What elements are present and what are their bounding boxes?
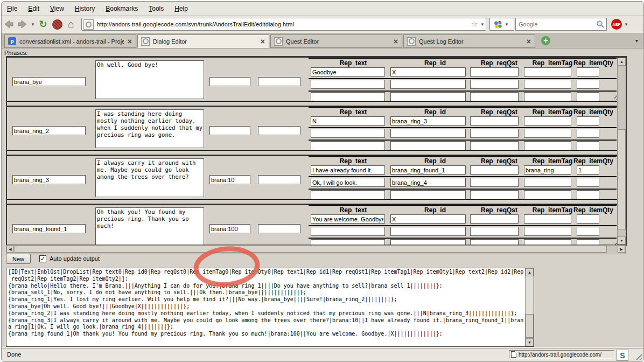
phrase-id-input[interactable] — [12, 224, 86, 233]
back-button[interactable] — [2, 18, 16, 31]
rep-itemqty-input[interactable] — [577, 190, 599, 199]
new-tab-icon[interactable]: + — [541, 36, 550, 45]
rep-itemtag-input[interactable] — [524, 80, 571, 89]
rep-itemtag-input[interactable] — [524, 178, 571, 187]
phrase-enblqst-input[interactable] — [209, 77, 250, 86]
phrase-text-area[interactable] — [95, 158, 204, 197]
menu-bookmarks[interactable]: Bookmarks — [106, 5, 138, 12]
tab-close-icon[interactable]: × — [394, 38, 398, 45]
rep-text-input[interactable] — [311, 129, 385, 138]
tab-close-icon[interactable]: × — [261, 38, 265, 45]
rep-itemtag-input[interactable] — [524, 190, 571, 199]
phrases-horizontal-scrollbar[interactable]: ◀ ▶ — [6, 245, 626, 254]
scroll-left-icon[interactable]: ◀ — [6, 246, 14, 253]
rep-id-input[interactable] — [390, 129, 466, 138]
rep-reqqst-input[interactable] — [470, 190, 519, 199]
phrase-id-input[interactable] — [12, 77, 86, 86]
rep-reqqst-input[interactable] — [470, 178, 519, 187]
rep-itemqty-input[interactable] — [577, 116, 599, 126]
phrase-droplist-input[interactable] — [258, 175, 300, 184]
scroll-down-icon[interactable]: ▼ — [618, 236, 626, 245]
history-dropdown-icon[interactable]: ▾ — [30, 22, 36, 27]
phrase-id-input[interactable] — [12, 126, 86, 135]
phrase-text-area[interactable] — [95, 60, 204, 99]
tab-close-icon[interactable]: × — [128, 38, 132, 45]
rep-itemqty-input[interactable] — [577, 214, 599, 224]
rep-reqqst-input[interactable] — [470, 227, 519, 236]
rep-itemtag-input[interactable] — [524, 116, 571, 126]
rep-itemqty-input[interactable] — [577, 165, 599, 175]
window-resize-grip[interactable] — [634, 352, 642, 360]
rep-itemtag-input[interactable] — [524, 165, 571, 175]
rep-id-input[interactable] — [390, 67, 466, 76]
tab-dialog-editor[interactable]: Dialog Editor × — [137, 34, 269, 48]
phrase-enblqst-input[interactable] — [209, 175, 250, 184]
rep-id-input[interactable] — [390, 92, 466, 101]
tab-overflow-icon[interactable]: ▾ — [635, 38, 638, 44]
phrase-droplist-input[interactable] — [258, 126, 300, 135]
rep-text-input[interactable] — [311, 165, 385, 175]
rep-itemtag-input[interactable] — [524, 92, 571, 101]
bookmark-star-icon[interactable]: ☆ — [471, 19, 478, 29]
rep-text-input[interactable] — [311, 178, 385, 187]
rep-itemtag-input[interactable] — [524, 141, 571, 150]
reload-button[interactable]: ↻ — [36, 18, 50, 31]
rep-reqqst-input[interactable] — [470, 214, 519, 224]
search-icon[interactable] — [596, 20, 605, 29]
rep-id-input[interactable] — [390, 239, 466, 245]
phrase-droplist-input[interactable] — [258, 224, 300, 233]
menu-tools[interactable]: Tools — [149, 5, 164, 12]
rep-text-input[interactable] — [311, 141, 385, 150]
rep-text-input[interactable] — [311, 67, 385, 76]
forward-button[interactable] — [16, 18, 30, 31]
rep-reqqst-input[interactable] — [470, 80, 519, 89]
phrase-enblqst-input[interactable] — [209, 126, 250, 135]
rep-reqqst-input[interactable] — [470, 92, 519, 101]
url-input[interactable] — [96, 20, 470, 28]
rep-itemtag-input[interactable] — [524, 239, 571, 245]
phrases-vertical-scrollbar[interactable]: ▲ ▼ — [617, 58, 626, 245]
rep-itemqty-input[interactable] — [577, 141, 599, 150]
tab-close-icon[interactable]: × — [527, 38, 531, 45]
rep-itemtag-input[interactable] — [524, 214, 571, 224]
rep-itemqty-input[interactable] — [577, 239, 599, 245]
adblock-button[interactable]: ABP ▾ — [611, 19, 629, 30]
rep-reqqst-input[interactable] — [470, 239, 519, 245]
home-button[interactable]: ⌂ — [64, 18, 78, 31]
rep-text-input[interactable] — [311, 116, 385, 126]
skype-icon[interactable]: S — [617, 350, 628, 361]
phrase-text-area[interactable] — [95, 109, 204, 148]
tab-quest-log-editor[interactable]: Quest Log Editor × — [403, 34, 535, 48]
rep-id-input[interactable] — [390, 80, 466, 89]
rep-itemqty-input[interactable] — [577, 227, 599, 236]
rep-id-input[interactable] — [390, 165, 466, 175]
phrase-id-input[interactable] — [12, 175, 86, 184]
new-button[interactable]: New — [6, 254, 31, 264]
url-dropdown-icon[interactable]: ▾ — [479, 22, 486, 27]
menu-view[interactable]: View — [50, 5, 64, 12]
rep-itemqty-input[interactable] — [577, 178, 599, 187]
menu-edit[interactable]: Edit — [28, 5, 39, 12]
scroll-up-icon[interactable]: ▲ — [618, 58, 626, 66]
rep-reqqst-input[interactable] — [470, 141, 519, 150]
output-textarea[interactable]: [ID|Text|EnblQst|DropList|Rep_text0|Rep_… — [6, 268, 534, 347]
rep-text-input[interactable] — [311, 239, 385, 245]
rep-text-input[interactable] — [311, 80, 385, 89]
menu-help[interactable]: Help — [174, 5, 188, 12]
rep-reqqst-input[interactable] — [470, 129, 519, 138]
rep-id-input[interactable] — [390, 178, 466, 187]
rep-id-input[interactable] — [390, 116, 466, 126]
rep-itemqty-input[interactable] — [577, 80, 599, 89]
scroll-right-icon[interactable]: ▶ — [618, 246, 625, 253]
stop-button[interactable] — [50, 18, 64, 31]
scrollbar-thumb[interactable] — [526, 314, 534, 338]
rep-reqqst-input[interactable] — [470, 116, 519, 126]
rep-text-input[interactable] — [311, 190, 385, 199]
rep-reqqst-input[interactable] — [470, 165, 519, 175]
rep-id-input[interactable] — [390, 190, 466, 199]
search-input[interactable] — [516, 20, 596, 28]
tab-conversationlist[interactable]: p conversationlist.xml - andors-trail - … — [4, 34, 136, 48]
rep-itemqty-input[interactable] — [577, 92, 599, 101]
scrollbar-thumb[interactable] — [618, 129, 626, 229]
phrase-droplist-input[interactable] — [258, 77, 300, 86]
